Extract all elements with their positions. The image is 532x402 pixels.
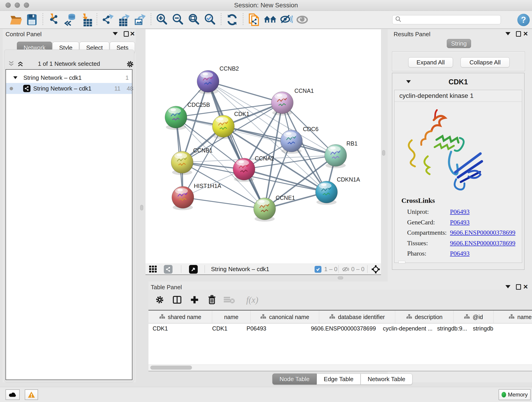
results-panel-close-icon[interactable]: × — [523, 31, 528, 36]
crosslink-link[interactable]: P06493 — [450, 208, 470, 216]
copy-document-button[interactable] — [246, 13, 262, 27]
expand-all-button[interactable]: Expand All — [408, 57, 453, 67]
home-button[interactable] — [262, 13, 278, 27]
hidden-count: 0 – 0 — [351, 264, 365, 274]
table-toolbar: f(x) — [148, 290, 532, 310]
import-table-button[interactable] — [78, 13, 94, 27]
node-CDK1[interactable] — [212, 115, 234, 139]
table-hscrollbar[interactable] — [148, 364, 532, 371]
cloud-status-button[interactable] — [6, 389, 20, 400]
fit-content-crosshair-icon[interactable] — [371, 265, 380, 274]
table-options-gear-icon[interactable] — [152, 293, 167, 306]
horizontal-splitter-handle[interactable] — [338, 276, 343, 279]
selected-count: 1 – 0 — [324, 264, 337, 274]
search-input[interactable] — [402, 16, 499, 23]
save-session-button[interactable] — [24, 13, 40, 27]
search-field[interactable] — [392, 15, 501, 24]
node-HIST1H1A[interactable] — [172, 186, 194, 210]
column-header-database-identifier[interactable]: database identifier — [319, 311, 395, 323]
delete-column-trash-icon[interactable] — [205, 293, 219, 306]
node-label-CDC6: CDC6 — [303, 126, 318, 132]
birds-eye-view-icon[interactable] — [189, 265, 198, 274]
crosslink-label: Uniprot: — [407, 208, 429, 216]
column-header-canonical-name[interactable]: canonical name — [251, 311, 319, 323]
collection-count: 1 — [126, 74, 129, 81]
collapse-all-button[interactable]: Collapse All — [461, 57, 510, 67]
tab-network-table[interactable]: Network Table — [361, 374, 412, 385]
node-CCNB1[interactable] — [171, 151, 193, 175]
network-view-mode-icon[interactable] — [164, 265, 172, 274]
warnings-button[interactable] — [25, 389, 38, 400]
zoom-fit-button[interactable] — [186, 13, 202, 27]
network-canvas[interactable]: CCNB2CCNA1CDC25BCDK1CDC6RB1CCNB1CCNA2CDK… — [146, 29, 381, 264]
tree-expand-icon[interactable] — [13, 74, 18, 81]
node-CCNA1[interactable] — [271, 92, 293, 115]
column-header-description[interactable]: description — [395, 311, 454, 323]
network-selection-summary: 1 of 1 Network selected — [6, 60, 133, 67]
node-CCNA2[interactable] — [233, 158, 255, 182]
right-splitter-handle[interactable] — [382, 150, 385, 156]
export-network-button[interactable] — [100, 13, 116, 27]
memory-button[interactable]: Memory — [499, 389, 531, 400]
import-database-icon — [63, 13, 76, 26]
table-row[interactable]: CDK1CDK1P064939606.ENSP00000378699cyclin… — [148, 324, 532, 333]
export-image-icon — [133, 13, 147, 26]
column-header-shared-name[interactable]: shared name — [148, 311, 212, 323]
crosslink-link[interactable]: P06493 — [450, 219, 470, 226]
function-builder-icon: f(x) — [240, 293, 265, 306]
gene-collapse-icon[interactable] — [406, 80, 411, 83]
zoom-selected-button[interactable] — [202, 13, 218, 27]
tab-node-table[interactable]: Node Table — [272, 374, 317, 385]
column-header-name[interactable]: name — [212, 311, 251, 323]
toolbar-separator — [338, 265, 339, 273]
zoom-in-button[interactable] — [154, 13, 170, 27]
create-column-plus-icon[interactable] — [187, 293, 202, 306]
control-panel-float-icon[interactable] — [124, 31, 129, 37]
node-CCNB2[interactable] — [197, 70, 219, 94]
node-CCNE1[interactable] — [254, 198, 276, 222]
node-label-CCNB1: CCNB1 — [193, 147, 213, 153]
table-panel-collapse-icon[interactable] — [505, 285, 510, 288]
copy-document-icon — [247, 13, 261, 26]
network-current-dot-icon — [10, 87, 13, 90]
help-button[interactable]: ? — [517, 14, 530, 26]
memory-status-icon — [501, 392, 506, 397]
grid-view-icon[interactable] — [149, 266, 157, 274]
tab-edge-table[interactable]: Edge Table — [317, 374, 361, 385]
show-column-panel-icon[interactable] — [170, 293, 184, 306]
show-all-button[interactable] — [294, 13, 310, 27]
node-CDKN1A[interactable] — [316, 181, 337, 205]
crosslink-link[interactable]: 9606.ENSP00000378699 — [450, 240, 515, 247]
gene-section-header[interactable]: CDK1 — [392, 76, 525, 89]
control-panel-collapse-icon[interactable] — [113, 32, 118, 35]
network-collection-row[interactable]: String Network – cdk1 1 — [6, 72, 132, 83]
table-panel-close-icon[interactable]: × — [523, 284, 528, 289]
table-hscroll-thumb[interactable] — [150, 366, 192, 370]
results-panel-collapse-icon[interactable] — [505, 32, 510, 35]
hide-selected-button[interactable] — [278, 13, 294, 27]
node-CDC25B[interactable] — [165, 106, 187, 130]
table-panel-float-icon[interactable] — [516, 284, 521, 290]
export-table-button[interactable] — [116, 13, 132, 27]
results-hscroll-thumb[interactable] — [399, 261, 405, 263]
refresh-button[interactable] — [224, 13, 240, 27]
column-header-namespace[interactable]: namespace — [494, 311, 532, 323]
import-network-button[interactable] — [46, 13, 62, 27]
crosslink-link[interactable]: 9606.ENSP00000378699 — [450, 229, 515, 236]
node-RB1[interactable] — [325, 144, 347, 168]
network-row-selected[interactable]: String Network – cdk1 11 48 — [6, 83, 132, 94]
results-panel-float-icon[interactable] — [516, 31, 521, 37]
column-header--id[interactable]: @id — [454, 311, 494, 323]
table-header-row: shared namenamecanonical namedatabase id… — [148, 311, 532, 323]
left-splitter-handle[interactable] — [140, 205, 143, 211]
node-CDC6[interactable] — [280, 130, 302, 154]
tab-string[interactable]: String — [447, 39, 471, 48]
selected-checkbox-icon[interactable] — [315, 266, 322, 273]
network-options-gear-icon[interactable] — [126, 60, 135, 70]
open-session-button[interactable] — [8, 13, 24, 27]
import-database-button[interactable] — [62, 13, 78, 27]
export-image-button[interactable] — [132, 13, 148, 27]
control-panel-close-icon[interactable]: × — [130, 31, 135, 36]
crosslink-link[interactable]: P06493 — [450, 250, 470, 257]
zoom-out-button[interactable] — [170, 13, 186, 27]
